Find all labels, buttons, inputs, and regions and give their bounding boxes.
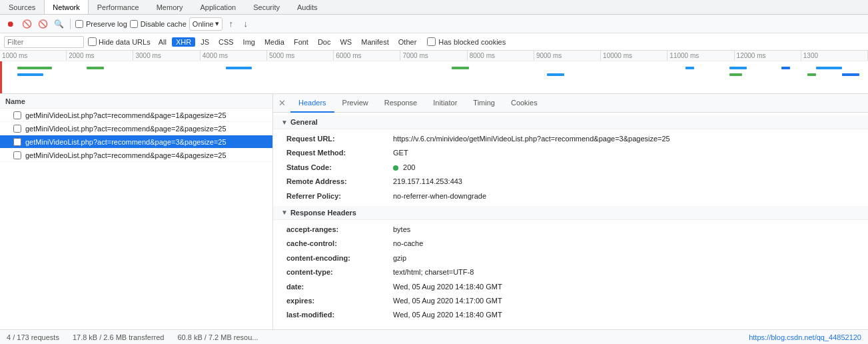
item-1-name: getMiniVideoList.php?act=recommend&page=…: [25, 111, 226, 119]
tab-sources[interactable]: Sources: [0, 0, 44, 14]
last-modified-row: last-modified: Wed, 05 Aug 2020 14:18:40…: [273, 308, 868, 322]
last-modified-key: last-modified:: [286, 310, 393, 320]
item-3-checkbox[interactable]: [13, 138, 21, 146]
tab-response[interactable]: Response: [376, 94, 426, 113]
record-button[interactable]: ⏺: [4, 17, 17, 31]
status-dot-icon: [393, 165, 398, 171]
close-button[interactable]: ✕: [276, 97, 288, 109]
accept-ranges-val: bytes: [393, 225, 410, 235]
general-section-header[interactable]: ▼ General: [273, 115, 868, 129]
filter-doc[interactable]: Doc: [314, 37, 335, 47]
online-label: Online: [193, 20, 214, 28]
expires-val: Wed, 05 Aug 2020 14:17:00 GMT: [393, 296, 502, 306]
filter-manifest[interactable]: Manifest: [357, 37, 393, 47]
item-2-checkbox[interactable]: [13, 125, 21, 133]
tab-security[interactable]: Security: [244, 0, 288, 14]
content-encoding-key: content-encoding:: [286, 253, 393, 263]
stop-button[interactable]: 🚫: [20, 17, 33, 31]
ruler-10000: 10000 ms: [601, 51, 667, 61]
search-button[interactable]: 🔍: [52, 17, 65, 31]
item-1-checkbox[interactable]: [13, 111, 21, 119]
content-type-row: content-type: text/html; charset=UTF-8: [273, 265, 868, 279]
response-headers-label: Response Headers: [290, 209, 356, 217]
tab-application[interactable]: Application: [191, 0, 244, 14]
request-url-key: Request URL:: [286, 134, 393, 144]
tab-network[interactable]: Network: [44, 0, 88, 14]
general-label: General: [290, 118, 318, 126]
ruler-12000: 12000 ms: [735, 51, 801, 61]
hide-data-urls-group: Hide data URLs: [88, 37, 151, 46]
filter-js[interactable]: JS: [197, 37, 213, 47]
request-url-row: Request URL: https://v.6.cn/minivideo/ge…: [273, 132, 868, 146]
ruler-5000: 5000 ms: [267, 51, 334, 61]
disable-cache-checkbox[interactable]: [130, 20, 138, 28]
network-toolbar: ⏺ 🚫 🚫 🔍 Preserve log Disable cache Onlin…: [0, 15, 868, 33]
sub-tab-bar: ✕ Headers Preview Response Initiator Tim…: [273, 94, 868, 113]
request-list-panel: Name getMiniVideoList.php?act=recommend&…: [0, 94, 273, 329]
disable-cache-group: Disable cache: [130, 20, 187, 28]
item-4-name: getMiniVideoList.php?act=recommend&page=…: [25, 151, 226, 159]
date-val: Wed, 05 Aug 2020 14:18:40 GMT: [393, 282, 502, 292]
tab-preview[interactable]: Preview: [334, 94, 376, 113]
filter-css[interactable]: CSS: [215, 37, 238, 47]
chevron-down-icon: ▾: [215, 19, 219, 28]
item-3-name: getMiniVideoList.php?act=recommend&page=…: [25, 138, 226, 146]
expires-key: expires:: [286, 296, 393, 306]
last-modified-val: Wed, 05 Aug 2020 14:18:40 GMT: [393, 310, 502, 320]
list-item-selected[interactable]: getMiniVideoList.php?act=recommend&page=…: [0, 135, 272, 149]
cache-control-key: cache-control:: [286, 239, 393, 249]
status-code-number: 200: [403, 163, 415, 171]
has-blocked-label: Has blocked cookies: [438, 38, 506, 46]
remote-address-row: Remote Address: 219.157.114.253:443: [273, 175, 868, 189]
import-button[interactable]: ↑: [225, 18, 237, 30]
referrer-policy-key: Referrer Policy:: [286, 191, 393, 201]
content-type-val: text/html; charset=UTF-8: [393, 267, 474, 277]
ruler-4000: 4000 ms: [201, 51, 267, 61]
tab-initiator[interactable]: Initiator: [425, 94, 465, 113]
export-button[interactable]: ↓: [240, 18, 252, 30]
ruler-11000: 11000 ms: [667, 51, 734, 61]
status-code-val: 200: [393, 163, 415, 173]
list-item[interactable]: getMiniVideoList.php?act=recommend&page=…: [0, 149, 272, 162]
filter-input[interactable]: [4, 36, 84, 48]
request-detail-panel: ✕ Headers Preview Response Initiator Tim…: [273, 94, 868, 329]
clear-button[interactable]: 🚫: [36, 17, 49, 31]
tab-memory[interactable]: Memory: [148, 0, 192, 14]
ruler-8000: 8000 ms: [468, 51, 534, 61]
hide-data-urls-checkbox[interactable]: [88, 37, 97, 46]
response-headers-section-header[interactable]: ▼ Response Headers: [273, 206, 868, 220]
main-area: Name getMiniVideoList.php?act=recommend&…: [0, 94, 868, 329]
filter-font[interactable]: Font: [290, 37, 312, 47]
filter-all[interactable]: All: [155, 37, 171, 47]
timeline: 1000 ms 2000 ms 3000 ms 4000 ms 5000 ms …: [0, 51, 868, 94]
tab-headers[interactable]: Headers: [290, 94, 334, 113]
throttle-select[interactable]: Online ▾: [189, 17, 222, 31]
item-2-name: getMiniVideoList.php?act=recommend&page=…: [25, 125, 226, 133]
tab-timing[interactable]: Timing: [465, 94, 503, 113]
tab-performance[interactable]: Performance: [89, 0, 148, 14]
preserve-log-checkbox[interactable]: [75, 20, 83, 28]
ruler-3000: 3000 ms: [133, 51, 200, 61]
item-4-checkbox[interactable]: [13, 151, 21, 159]
filter-other[interactable]: Other: [394, 37, 421, 47]
ruler-6000: 6000 ms: [334, 51, 400, 61]
filter-ws[interactable]: WS: [336, 37, 356, 47]
request-method-key: Request Method:: [286, 148, 393, 158]
ruler-1000: 1000 ms: [0, 51, 67, 61]
name-column-header: Name: [5, 97, 25, 105]
filter-xhr[interactable]: XHR: [172, 37, 195, 47]
list-item[interactable]: getMiniVideoList.php?act=recommend&page=…: [0, 122, 272, 135]
tab-audits[interactable]: Audits: [288, 0, 326, 14]
sep-1: [70, 19, 71, 29]
has-blocked-group: Has blocked cookies: [427, 37, 506, 46]
has-blocked-checkbox[interactable]: [427, 37, 436, 46]
general-section-body: Request URL: https://v.6.cn/minivideo/ge…: [273, 129, 868, 206]
timeline-bars: [0, 61, 868, 94]
filter-media[interactable]: Media: [260, 37, 288, 47]
filter-img[interactable]: Img: [239, 37, 259, 47]
list-item[interactable]: getMiniVideoList.php?act=recommend&page=…: [0, 109, 272, 122]
tab-cookies[interactable]: Cookies: [503, 94, 546, 113]
timeline-ruler: 1000 ms 2000 ms 3000 ms 4000 ms 5000 ms …: [0, 51, 868, 61]
status-code-row: Status Code: 200: [273, 161, 868, 175]
request-method-val: GET: [393, 148, 408, 158]
